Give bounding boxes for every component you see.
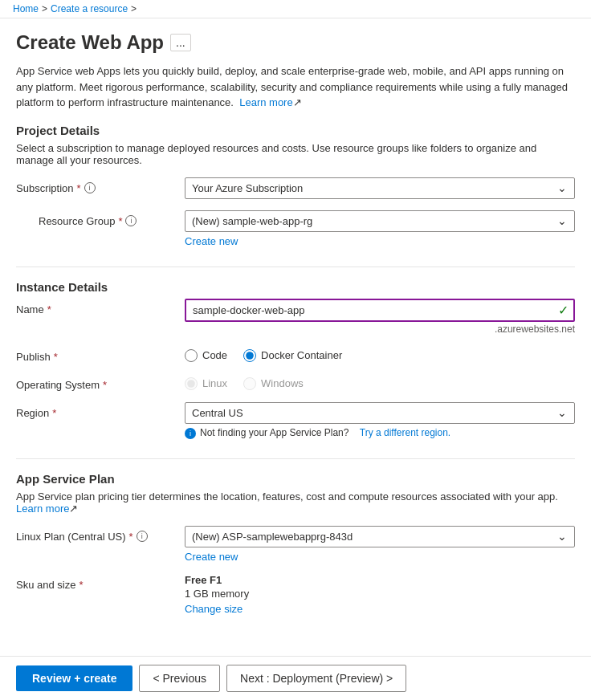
app-service-plan-desc: App Service plan pricing tier determines… — [16, 490, 575, 515]
change-size-link[interactable]: Change size — [185, 603, 575, 615]
sku-control: Free F1 1 GB memory Change size — [185, 574, 575, 615]
name-required: * — [47, 303, 51, 315]
instance-details-title: Instance Details — [16, 280, 575, 294]
region-link[interactable]: Try a different region. — [360, 427, 450, 438]
page-title: Create Web App — [16, 31, 164, 54]
sku-tier: Free F1 — [185, 574, 575, 586]
os-control: Linux Windows — [185, 374, 575, 390]
project-details-section: Project Details Select a subscription to… — [16, 124, 575, 247]
region-note: i Not finding your App Service Plan? Try… — [185, 427, 575, 439]
instance-details-section: Instance Details Name * ✓ .azurewebsites… — [16, 280, 575, 439]
os-windows-label: Windows — [261, 377, 304, 389]
region-label: Region * — [16, 402, 185, 419]
publish-code-radio[interactable] — [185, 349, 198, 362]
linux-plan-control: (New) ASP-samplewebapprg-843d Create new — [185, 526, 575, 563]
region-select[interactable]: Central US — [185, 402, 575, 424]
name-label: Name * — [16, 299, 185, 315]
subscription-required: * — [77, 182, 81, 194]
publish-docker-radio[interactable] — [243, 349, 256, 362]
resource-group-row: Resource Group * i (New) sample-web-app-… — [16, 210, 575, 247]
name-row: Name * ✓ .azurewebsites.net — [16, 299, 575, 335]
publish-required: * — [54, 351, 58, 363]
next-button[interactable]: Next : Deployment (Preview) > — [226, 665, 406, 692]
resource-group-required: * — [118, 215, 122, 227]
breadcrumb-sep1: > — [42, 3, 47, 14]
breadcrumb-home[interactable]: Home — [13, 3, 39, 14]
breadcrumb: Home > Create a resource > — [13, 3, 578, 14]
linux-plan-label: Linux Plan (Central US) * i — [16, 526, 185, 543]
os-windows-radio — [243, 377, 256, 390]
linux-plan-select[interactable]: (New) ASP-samplewebapprg-843d — [185, 526, 575, 547]
sku-required: * — [79, 579, 83, 591]
linux-plan-info-icon[interactable]: i — [137, 531, 148, 542]
name-suffix: .azurewebsites.net — [185, 324, 575, 335]
sku-info: Free F1 1 GB memory Change size — [185, 574, 575, 615]
name-input-wrapper: ✓ — [185, 299, 575, 322]
name-control: ✓ .azurewebsites.net — [185, 299, 575, 335]
project-details-desc: Select a subscription to manage deployed… — [16, 142, 575, 166]
resource-group-select-wrapper: (New) sample-web-app-rg — [185, 210, 575, 232]
name-input[interactable] — [185, 299, 575, 322]
os-linux-label: Linux — [202, 377, 227, 389]
previous-button[interactable]: < Previous — [139, 665, 220, 692]
publish-radio-group: Code Docker Container — [185, 346, 575, 362]
main-content: Create Web App ... App Service web Apps … — [0, 18, 591, 698]
resource-group-info-icon[interactable]: i — [125, 215, 137, 226]
breadcrumb-sep2: > — [131, 3, 137, 14]
page-title-row: Create Web App ... — [16, 31, 575, 54]
create-new-rg-link[interactable]: Create new — [185, 235, 575, 247]
region-select-wrapper: Central US — [185, 402, 575, 424]
subscription-select[interactable]: Your Azure Subscription — [185, 177, 575, 199]
sku-row: Sku and size * Free F1 1 GB memory Chang… — [16, 574, 575, 615]
breadcrumb-create-resource[interactable]: Create a resource — [51, 3, 128, 14]
os-required: * — [103, 379, 107, 391]
os-label: Operating System * — [16, 374, 185, 391]
os-row: Operating System * Linux Windows — [16, 374, 575, 391]
linux-plan-required: * — [129, 531, 133, 543]
region-row: Region * Central US i Not finding your A… — [16, 402, 575, 439]
divider-2 — [16, 458, 575, 459]
publish-code-option[interactable]: Code — [185, 349, 227, 362]
name-check-icon: ✓ — [558, 303, 569, 318]
subscription-info-icon[interactable]: i — [84, 182, 96, 193]
region-control: Central US i Not finding your App Servic… — [185, 402, 575, 439]
subscription-select-wrapper: Your Azure Subscription — [185, 177, 575, 199]
sku-label: Sku and size * — [16, 574, 185, 591]
linux-plan-row: Linux Plan (Central US) * i (New) ASP-sa… — [16, 526, 575, 563]
divider-1 — [16, 267, 575, 267]
page-description: App Service web Apps lets you quickly bu… — [16, 63, 575, 111]
os-linux-radio — [185, 377, 198, 390]
project-details-title: Project Details — [16, 124, 575, 137]
publish-control: Code Docker Container — [185, 346, 575, 362]
bottom-bar: Review + create < Previous Next : Deploy… — [0, 656, 591, 700]
publish-code-label: Code — [202, 349, 227, 361]
sku-memory: 1 GB memory — [185, 588, 575, 600]
create-new-plan-link[interactable]: Create new — [185, 551, 575, 563]
subscription-control: Your Azure Subscription — [185, 177, 575, 199]
resource-group-select[interactable]: (New) sample-web-app-rg — [185, 210, 575, 232]
subscription-row: Subscription * i Your Azure Subscription — [16, 177, 575, 199]
ellipsis-button[interactable]: ... — [170, 34, 191, 51]
publish-docker-option[interactable]: Docker Container — [243, 349, 342, 362]
linux-plan-select-wrapper: (New) ASP-samplewebapprg-843d — [185, 526, 575, 547]
learn-more-link-top[interactable]: Learn more — [239, 96, 292, 108]
app-service-plan-title: App Service Plan — [16, 472, 575, 486]
learn-more-plan-link[interactable]: Learn more — [16, 503, 69, 515]
resource-group-control: (New) sample-web-app-rg Create new — [185, 210, 575, 247]
subscription-label: Subscription * i — [16, 177, 185, 194]
publish-label: Publish * — [16, 346, 185, 363]
publish-row: Publish * Code Docker Container — [16, 346, 575, 363]
region-info-icon: i — [185, 428, 196, 439]
publish-docker-label: Docker Container — [261, 349, 342, 361]
app-service-plan-section: App Service Plan App Service plan pricin… — [16, 472, 575, 615]
os-radio-group: Linux Windows — [185, 374, 575, 390]
top-bar: Home > Create a resource > — [0, 0, 591, 18]
region-required: * — [52, 407, 56, 419]
os-linux-option: Linux — [185, 377, 227, 390]
os-windows-option: Windows — [243, 377, 304, 390]
review-create-button[interactable]: Review + create — [16, 665, 132, 691]
resource-group-label: Resource Group * i — [39, 210, 185, 227]
